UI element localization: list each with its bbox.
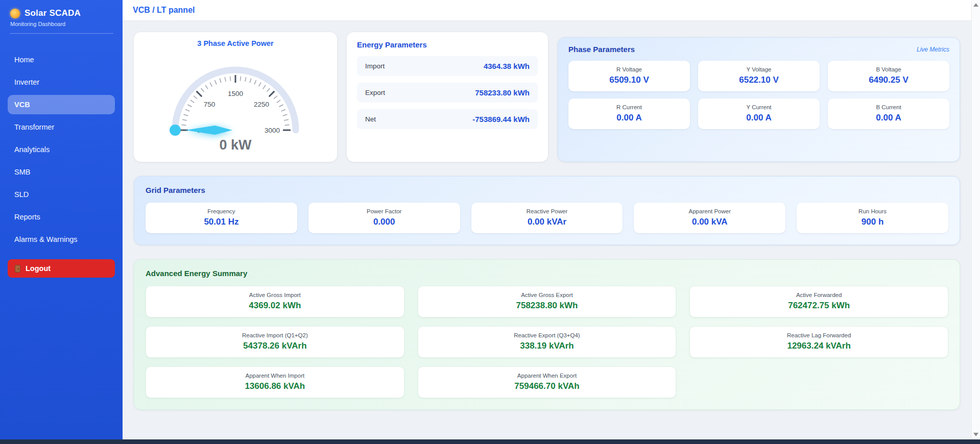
metric-tile: B Current 0.00 A xyxy=(828,98,949,129)
metric-label: Power Factor xyxy=(314,208,455,214)
svg-text:1500: 1500 xyxy=(228,90,243,97)
energy-row-label: Net xyxy=(365,115,376,123)
metric-label: Reactive Import (Q1+Q2) xyxy=(151,332,399,338)
metric-tile: Apparent When Import 13606.86 kVAh xyxy=(146,366,404,398)
metric-tile: Y Voltage 6522.10 V xyxy=(698,61,820,91)
sidebar-nav-item[interactable]: Home xyxy=(8,50,115,69)
sidebar-nav-item-label: Transformer xyxy=(14,123,54,131)
metric-tile: Active Forwarded 762472.75 kWh xyxy=(689,286,948,317)
metric-value: 0.00 A xyxy=(703,113,815,123)
scroll-down-icon[interactable] xyxy=(973,433,978,436)
energy-parameter-row: Net -753869.44 kWh xyxy=(357,109,538,129)
metric-tile: Power Factor 0.000 xyxy=(308,203,460,233)
svg-text:3000: 3000 xyxy=(265,127,280,134)
metric-label: B Voltage xyxy=(833,66,944,72)
metric-label: Run Hours xyxy=(802,208,943,214)
metric-label: Apparent When Import xyxy=(151,373,399,379)
energy-parameter-rows: Import 4364.38 kWh Export 758233.80 kWh … xyxy=(357,56,538,129)
metric-tile: B Voltage 6490.25 V xyxy=(828,61,949,91)
energy-parameter-row: Import 4364.38 kWh xyxy=(357,56,538,76)
metric-tile: Active Gross Import 4369.02 kWh xyxy=(146,286,404,317)
energy-row-value: 4364.38 kWh xyxy=(484,62,530,70)
vertical-scrollbar[interactable] xyxy=(971,0,980,439)
svg-text:2250: 2250 xyxy=(254,101,269,108)
sidebar: Solar SCADA Monitoring Dashboard Home In… xyxy=(0,0,123,439)
metric-tile: Y Current 0.00 A xyxy=(698,98,820,129)
energy-row-label: Import xyxy=(365,62,385,70)
sidebar-nav-item[interactable]: Analyticals xyxy=(8,140,115,159)
app-window: Solar SCADA Monitoring Dashboard Home In… xyxy=(0,0,980,439)
energy-parameter-row: Export 758233.80 kWh xyxy=(357,83,538,103)
logout-label: Logout xyxy=(26,264,51,273)
advanced-energy-summary-title: Advanced Energy Summary xyxy=(146,269,948,278)
metric-label: Active Forwarded xyxy=(695,292,943,298)
sidebar-nav-item[interactable]: SMB xyxy=(8,162,115,182)
sidebar-nav-item[interactable]: Alarms & Warnings xyxy=(8,230,115,249)
sidebar-nav-item[interactable]: Reports xyxy=(8,207,115,227)
metric-label: R Voltage xyxy=(573,66,685,72)
sidebar-nav-item[interactable]: Inverter xyxy=(8,72,115,92)
metric-tile: Apparent When Export 759466.70 kVAh xyxy=(418,366,677,398)
energy-row-value: -753869.44 kWh xyxy=(472,115,530,124)
metric-label: Reactive Export (Q3+Q4) xyxy=(423,332,671,338)
sidebar-nav-item-label: Analyticals xyxy=(14,145,50,154)
metric-tile: Apparent Power 0.00 kVA xyxy=(634,203,785,233)
energy-row-value: 758233.80 kWh xyxy=(475,88,530,97)
sidebar-nav-item-label: Alarms & Warnings xyxy=(14,235,78,243)
sidebar-nav-item-label: Reports xyxy=(14,213,40,221)
phase-parameters-title: Phase Parameters xyxy=(568,45,635,54)
metric-value: 0.00 A xyxy=(573,113,685,123)
svg-text:750: 750 xyxy=(204,101,216,108)
metric-label: Reactive Power xyxy=(476,208,618,214)
sidebar-nav-item-label: VCB xyxy=(14,101,30,109)
sidebar-nav-item[interactable]: SLD xyxy=(8,185,115,204)
metric-label: Reactive Lag Forwarded xyxy=(695,332,943,338)
metric-tile: Active Gross Export 758238.80 kWh xyxy=(418,286,677,317)
bottom-strip xyxy=(0,439,980,444)
energy-parameters-card: Energy Parameters Import 4364.38 kWh Exp… xyxy=(347,32,548,162)
metric-tile: Reactive Power 0.00 kVAr xyxy=(471,203,623,233)
metric-value: 54378.26 kVArh xyxy=(151,341,399,351)
sidebar-nav-item-label: SMB xyxy=(14,168,30,176)
metric-label: Apparent Power xyxy=(639,208,780,214)
sun-logo-icon xyxy=(10,9,20,18)
metric-value: 0.000 xyxy=(314,217,455,227)
metric-tile: Reactive Import (Q1+Q2) 54378.26 kVArh xyxy=(146,326,404,358)
energy-row-label: Export xyxy=(365,89,385,96)
grid-parameters-card: Grid Parameters Frequency 50.01 Hz Power… xyxy=(134,176,960,245)
metric-label: Apparent When Export xyxy=(423,373,671,379)
sidebar-nav-item[interactable]: Transformer xyxy=(8,117,115,137)
gauge-title: 3 Phase Active Power xyxy=(197,39,273,47)
metric-value: 13606.86 kVAh xyxy=(151,381,399,391)
door-icon xyxy=(15,265,20,273)
metric-value: 6490.25 V xyxy=(833,75,944,85)
metric-value: 12963.24 kVArh xyxy=(695,341,943,351)
metric-value: 758238.80 kWh xyxy=(423,301,671,311)
main-area: VCB / LT pannel 3 Phase Active Power 075… xyxy=(123,0,971,439)
metric-label: Frequency xyxy=(151,208,292,214)
sidebar-nav-item-label: SLD xyxy=(14,190,29,199)
sidebar-divider xyxy=(10,33,113,34)
metric-tile: Reactive Export (Q3+Q4) 338.19 kVArh xyxy=(418,326,677,358)
metric-label: B Current xyxy=(833,104,944,110)
sidebar-nav-item-label: Home xyxy=(14,56,34,64)
breadcrumb: VCB / LT pannel xyxy=(133,6,195,15)
app-subtitle: Monitoring Dashboard xyxy=(10,21,113,27)
live-metrics-badge: Live Metrics xyxy=(917,46,949,53)
sidebar-nav: Home Inverter VCB Transformer Analytical… xyxy=(0,50,123,252)
metric-label: R Current xyxy=(573,104,685,110)
metric-label: Y Voltage xyxy=(703,66,815,72)
advanced-energy-summary-card: Advanced Energy Summary Active Gross Imp… xyxy=(134,259,960,410)
metric-value: 762472.75 kWh xyxy=(695,301,943,311)
topbar: VCB / LT pannel xyxy=(123,0,971,21)
metric-label: Active Gross Import xyxy=(151,292,399,298)
metric-value: 900 h xyxy=(802,217,943,227)
sidebar-nav-item[interactable]: VCB xyxy=(8,95,115,114)
logout-button[interactable]: Logout xyxy=(8,259,115,278)
scroll-up-icon[interactable] xyxy=(973,3,978,7)
advanced-energy-tiles: Active Gross Import 4369.02 kWh Active G… xyxy=(146,286,948,398)
metric-value: 50.01 Hz xyxy=(151,217,292,227)
metric-tile: Frequency 50.01 Hz xyxy=(146,203,297,233)
active-power-gauge: 07501500225030000 kW xyxy=(144,47,327,155)
svg-text:0 kW: 0 kW xyxy=(219,137,252,153)
